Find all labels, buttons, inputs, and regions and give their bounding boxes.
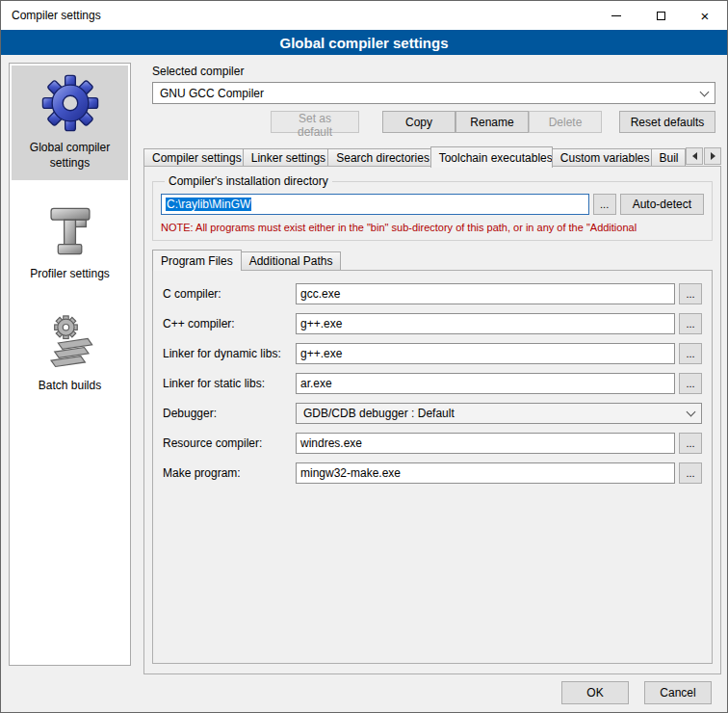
delete-button[interactable]: Delete	[529, 111, 602, 133]
tab-scroll-right-button[interactable]	[704, 147, 721, 165]
tab-linker-settings[interactable]: Linker settings	[243, 148, 329, 167]
debugger-select-value: GDB/CDB debugger : Default	[303, 407, 455, 420]
compiler-select-value: GNU GCC Compiler	[160, 87, 264, 100]
sidebar-item-label: Profiler settings	[30, 267, 110, 282]
dialog-header: Global compiler settings	[1, 30, 727, 55]
cancel-button[interactable]: Cancel	[644, 681, 712, 704]
minimize-icon	[611, 15, 621, 16]
subtab-bar: Program Files Additional Paths	[152, 250, 340, 270]
left-arrow-icon	[692, 152, 697, 160]
installation-directory-row: C:\raylib\MinGW ... Auto-detect	[161, 194, 704, 215]
make-program-input[interactable]: mingw32-make.exe	[296, 462, 675, 484]
resource-compiler-row: Resource compiler: windres.exe ...	[163, 433, 702, 454]
c-compiler-value: gcc.exe	[300, 287, 340, 301]
static-linker-input[interactable]: ar.exe	[296, 373, 675, 394]
sidebar-item-batch-builds[interactable]: Batch builds	[12, 307, 128, 404]
subtab-additional-paths[interactable]: Additional Paths	[241, 251, 342, 270]
right-arrow-icon	[711, 152, 715, 160]
rename-button[interactable]: Rename	[455, 111, 529, 133]
tab-build-options[interactable]: Buil	[651, 148, 687, 167]
titlebar: Compiler settings ×	[1, 1, 727, 30]
make-program-browse-button[interactable]: ...	[679, 462, 702, 484]
cpp-compiler-value: g++.exe	[300, 317, 342, 330]
cpp-compiler-browse-button[interactable]: ...	[679, 313, 702, 334]
sidebar: Global compiler settings Profiler settin…	[9, 63, 131, 666]
installation-directory-value: C:\raylib\MinGW	[166, 198, 251, 211]
dynamic-linker-label: Linker for dynamic libs:	[163, 347, 296, 360]
window-controls: ×	[594, 1, 727, 30]
sidebar-item-global-compiler-settings[interactable]: Global compiler settings	[12, 66, 128, 180]
make-program-row: Make program: mingw32-make.exe ...	[163, 462, 702, 484]
c-compiler-browse-button[interactable]: ...	[679, 283, 702, 304]
maximize-icon	[657, 12, 665, 20]
cpp-compiler-input[interactable]: g++.exe	[296, 313, 675, 334]
installation-directory-input[interactable]: C:\raylib\MinGW	[161, 194, 589, 215]
toolchain-executables-panel: Compiler's installation directory C:\ray…	[143, 166, 721, 674]
static-linker-value: ar.exe	[300, 377, 332, 390]
dynamic-linker-input[interactable]: g++.exe	[296, 343, 675, 364]
resource-compiler-input[interactable]: windres.exe	[296, 433, 675, 454]
dynamic-linker-row: Linker for dynamic libs: g++.exe ...	[163, 343, 702, 364]
tab-compiler-settings[interactable]: Compiler settings	[143, 148, 244, 167]
tab-scroll-controls	[685, 147, 721, 165]
browse-directory-button[interactable]: ...	[593, 194, 616, 215]
sidebar-item-label: Global compiler settings	[13, 141, 126, 171]
chevron-down-icon	[687, 408, 696, 417]
auto-detect-button[interactable]: Auto-detect	[620, 194, 704, 215]
program-files-panel: C compiler: gcc.exe ... C++ compiler: g+…	[152, 270, 713, 664]
sidebar-item-label: Batch builds	[39, 379, 101, 394]
dynamic-linker-value: g++.exe	[300, 347, 342, 360]
close-icon: ×	[701, 9, 710, 23]
ok-button[interactable]: OK	[561, 681, 629, 704]
c-compiler-row: C compiler: gcc.exe ...	[163, 283, 702, 304]
installation-directory-group: Compiler's installation directory C:\ray…	[152, 174, 713, 241]
debugger-label: Debugger:	[163, 407, 296, 420]
close-button[interactable]: ×	[683, 1, 727, 30]
compiler-buttons: Set as default Copy Rename Delete Reset …	[143, 111, 715, 133]
set-as-default-button[interactable]: Set as default	[271, 111, 359, 133]
maximize-button[interactable]	[638, 1, 683, 30]
compiler-settings-window: Compiler settings × Global compiler sett…	[0, 0, 728, 713]
reset-defaults-button[interactable]: Reset defaults	[619, 111, 715, 133]
subtab-program-files[interactable]: Program Files	[152, 250, 242, 271]
tab-search-directories[interactable]: Search directories	[327, 148, 430, 167]
static-linker-label: Linker for static libs:	[163, 377, 296, 390]
dialog-title: Global compiler settings	[279, 35, 448, 51]
tab-bar: Compiler settings Linker settings Search…	[143, 145, 721, 167]
profiler-icon	[42, 203, 98, 259]
window-title: Compiler settings	[1, 9, 101, 22]
static-linker-browse-button[interactable]: ...	[679, 373, 702, 394]
tab-scroll-left-button[interactable]	[686, 147, 703, 165]
cpp-compiler-label: C++ compiler:	[163, 317, 296, 330]
resource-compiler-value: windres.exe	[300, 436, 362, 450]
copy-button[interactable]: Copy	[382, 111, 455, 133]
static-linker-row: Linker for static libs: ar.exe ...	[163, 373, 702, 394]
make-program-value: mingw32-make.exe	[300, 466, 401, 480]
resource-compiler-browse-button[interactable]: ...	[679, 433, 702, 454]
debugger-select[interactable]: GDB/CDB debugger : Default	[296, 403, 702, 424]
note-text: NOTE: All programs must exist either in …	[161, 222, 704, 233]
batch-builds-icon	[42, 315, 98, 371]
installation-directory-group-label: Compiler's installation directory	[165, 174, 332, 188]
chevron-down-icon	[700, 87, 710, 96]
tab-toolchain-executables[interactable]: Toolchain executables	[430, 146, 553, 168]
resource-compiler-label: Resource compiler:	[163, 436, 296, 450]
c-compiler-label: C compiler:	[163, 287, 296, 301]
debugger-row: Debugger: GDB/CDB debugger : Default	[163, 403, 702, 424]
dynamic-linker-browse-button[interactable]: ...	[679, 343, 702, 364]
cpp-compiler-row: C++ compiler: g++.exe ...	[163, 313, 702, 334]
sidebar-item-profiler-settings[interactable]: Profiler settings	[12, 196, 128, 292]
gear-icon	[40, 73, 100, 133]
tab-custom-variables[interactable]: Custom variables	[552, 148, 652, 167]
dialog-footer: OK Cancel	[561, 681, 712, 704]
minimize-button[interactable]	[594, 1, 638, 30]
compiler-select[interactable]: GNU GCC Compiler	[152, 82, 715, 104]
selected-compiler-label: Selected compiler	[152, 65, 244, 78]
c-compiler-input[interactable]: gcc.exe	[296, 283, 675, 304]
make-program-label: Make program:	[163, 466, 296, 480]
